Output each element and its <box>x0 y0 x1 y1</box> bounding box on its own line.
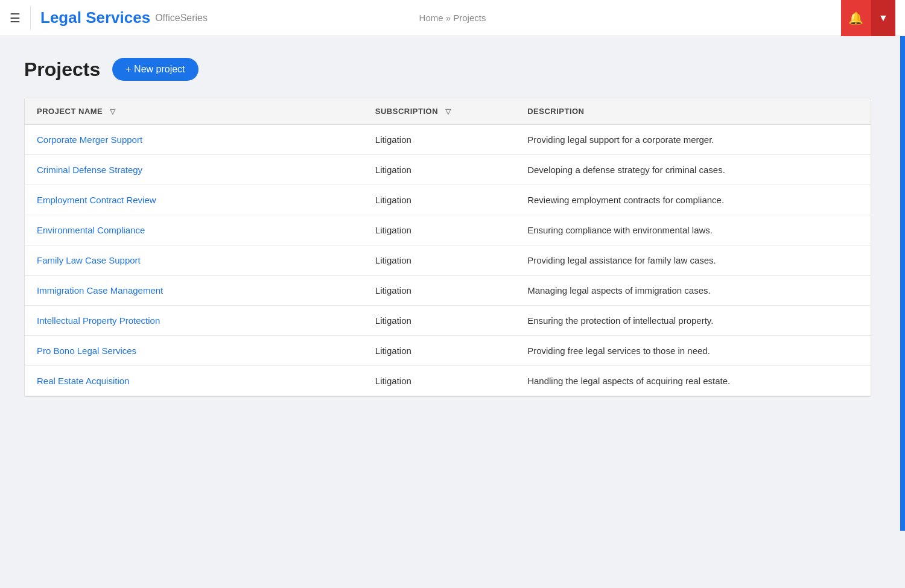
table-row: Environmental ComplianceLitigationEnsuri… <box>25 215 871 245</box>
subscription-cell: Litigation <box>363 155 515 185</box>
description-cell: Ensuring compliance with environmental l… <box>515 215 871 245</box>
filter-icon-subscription[interactable]: ▽ <box>445 107 451 116</box>
project-name-cell[interactable]: Employment Contract Review <box>25 185 363 215</box>
projects-table: PROJECT NAME ▽ SUBSCRIPTION ▽ DESCRIPTIO… <box>25 98 871 396</box>
page-title-row: Projects + New project <box>24 58 881 81</box>
subscription-cell: Litigation <box>363 245 515 276</box>
project-name-cell[interactable]: Criminal Defense Strategy <box>25 155 363 185</box>
notification-button[interactable]: 🔔 <box>841 0 871 36</box>
description-cell: Providing legal assistance for family la… <box>515 245 871 276</box>
subscription-cell: Litigation <box>363 215 515 245</box>
projects-table-container: PROJECT NAME ▽ SUBSCRIPTION ▽ DESCRIPTIO… <box>24 98 871 397</box>
breadcrumb: Home » Projects <box>419 13 486 23</box>
breadcrumb-home[interactable]: Home <box>419 13 443 23</box>
table-row: Immigration Case ManagementLitigationMan… <box>25 276 871 306</box>
description-cell: Providing free legal services to those i… <box>515 336 871 366</box>
description-cell: Reviewing employment contracts for compl… <box>515 185 871 215</box>
table-row: Corporate Merger SupportLitigationProvid… <box>25 125 871 155</box>
col-header-name: PROJECT NAME ▽ <box>25 98 363 125</box>
table-body: Corporate Merger SupportLitigationProvid… <box>25 125 871 396</box>
col-header-description: DESCRIPTION <box>515 98 871 125</box>
header-actions: 🔔 ▼ <box>841 0 895 36</box>
main-content: Projects + New project PROJECT NAME ▽ SU… <box>0 36 905 419</box>
header-divider <box>30 6 31 30</box>
table-row: Real Estate AcquisitionLitigationHandlin… <box>25 366 871 396</box>
description-cell: Providing legal support for a corporate … <box>515 125 871 155</box>
table-row: Employment Contract ReviewLitigationRevi… <box>25 185 871 215</box>
menu-icon[interactable]: ☰ <box>10 12 21 24</box>
table-row: Pro Bono Legal ServicesLitigationProvidi… <box>25 336 871 366</box>
project-name-cell[interactable]: Pro Bono Legal Services <box>25 336 363 366</box>
filter-icon-name[interactable]: ▽ <box>110 107 116 116</box>
subscription-cell: Litigation <box>363 366 515 396</box>
subscription-cell: Litigation <box>363 125 515 155</box>
project-name-cell[interactable]: Intellectual Property Protection <box>25 306 363 336</box>
project-name-cell[interactable]: Family Law Case Support <box>25 245 363 276</box>
project-name-cell[interactable]: Corporate Merger Support <box>25 125 363 155</box>
page-title: Projects <box>24 58 100 81</box>
project-name-cell[interactable]: Immigration Case Management <box>25 276 363 306</box>
user-dropdown-button[interactable]: ▼ <box>871 0 895 36</box>
project-name-cell[interactable]: Real Estate Acquisition <box>25 366 363 396</box>
subscription-cell: Litigation <box>363 185 515 215</box>
table-row: Criminal Defense StrategyLitigationDevel… <box>25 155 871 185</box>
description-cell: Managing legal aspects of immigration ca… <box>515 276 871 306</box>
project-name-cell[interactable]: Environmental Compliance <box>25 215 363 245</box>
app-subtitle: OfficeSeries <box>155 13 208 24</box>
breadcrumb-separator: » <box>446 13 451 23</box>
description-cell: Ensuring the protection of intellectual … <box>515 306 871 336</box>
bell-icon: 🔔 <box>848 11 863 25</box>
breadcrumb-current: Projects <box>453 13 486 23</box>
chevron-down-icon: ▼ <box>878 13 888 24</box>
table-header: PROJECT NAME ▽ SUBSCRIPTION ▽ DESCRIPTIO… <box>25 98 871 125</box>
col-header-subscription: SUBSCRIPTION ▽ <box>363 98 515 125</box>
table-row: Intellectual Property ProtectionLitigati… <box>25 306 871 336</box>
description-cell: Developing a defense strategy for crimin… <box>515 155 871 185</box>
subscription-cell: Litigation <box>363 276 515 306</box>
subscription-cell: Litigation <box>363 336 515 366</box>
description-cell: Handling the legal aspects of acquiring … <box>515 366 871 396</box>
app-title: Legal Services <box>40 8 150 27</box>
app-header: ☰ Legal Services OfficeSeries Home » Pro… <box>0 0 905 36</box>
subscription-cell: Litigation <box>363 306 515 336</box>
table-row: Family Law Case SupportLitigationProvidi… <box>25 245 871 276</box>
new-project-button[interactable]: + New project <box>112 58 198 81</box>
